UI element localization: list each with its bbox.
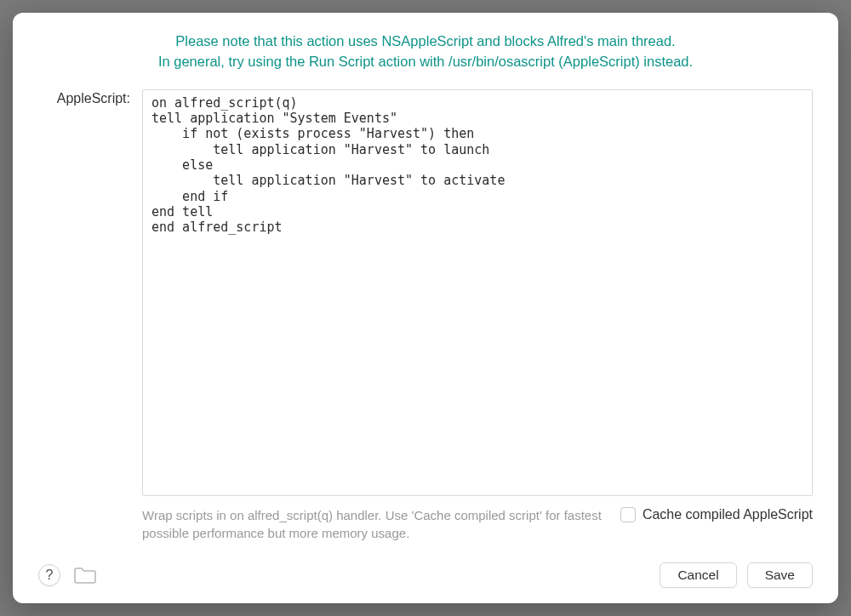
notice-line-2: In general, try using the Run Script act… [158,54,693,69]
help-icon: ? [46,568,54,583]
footer-right: Cancel Save [660,562,813,588]
below-script-row: Wrap scripts in on alfred_script(q) hand… [142,506,813,542]
notice-line-1: Please note that this action uses NSAppl… [175,33,675,48]
save-button[interactable]: Save [747,562,813,588]
folder-icon [73,565,97,585]
cancel-button[interactable]: Cancel [660,562,736,588]
main-content-row: AppleScript: Wrap scripts in on alfred_s… [38,89,813,542]
cache-checkbox[interactable] [620,507,636,522]
applescript-input[interactable] [142,89,813,496]
open-folder-button[interactable] [72,564,98,586]
applescript-label: AppleScript: [38,89,130,542]
cache-checkbox-label: Cache compiled AppleScript [643,507,813,522]
footer-row: ? Cancel Save [38,562,813,588]
warning-notice: Please note that this action uses NSAppl… [38,31,813,72]
dialog-window: Please note that this action uses NSAppl… [13,13,838,603]
content-column: Wrap scripts in on alfred_script(q) hand… [142,89,813,542]
footer-left: ? [38,564,98,586]
help-button[interactable]: ? [38,564,60,586]
hint-text: Wrap scripts in on alfred_script(q) hand… [142,506,603,542]
cache-checkbox-wrap[interactable]: Cache compiled AppleScript [620,506,813,522]
